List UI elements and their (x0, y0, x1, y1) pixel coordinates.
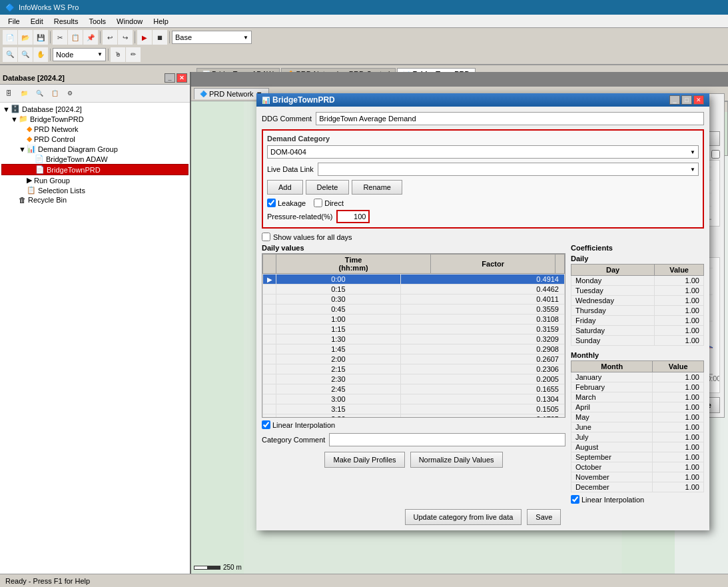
tb-pan[interactable]: ✋ (33, 47, 48, 62)
direct-checkbox[interactable] (314, 199, 322, 207)
base-dropdown[interactable]: Base ▼ (172, 31, 252, 44)
db-btn-4[interactable]: 📋 (47, 86, 62, 101)
dialog-maximize-btn[interactable]: □ (681, 95, 692, 105)
tree-item-prd-network[interactable]: ◆ PRD Network (1, 124, 188, 134)
daily-table-row[interactable]: 0:45 0.3559 (263, 304, 565, 314)
tree-item-demand-diagram[interactable]: ▼ 📊 Demand Diagram Group (1, 144, 188, 154)
daily-table-row[interactable]: 3:00 0.1304 (263, 394, 565, 404)
daily-coeff-row[interactable]: Monday 1.00 (571, 276, 704, 286)
tb-zoom-in[interactable]: 🔍 (3, 47, 17, 62)
daily-coeff-row[interactable]: Thursday 1.00 (571, 306, 704, 316)
daily-coeff-row[interactable]: Tuesday 1.00 (571, 286, 704, 296)
direct-label[interactable]: Direct (314, 199, 344, 207)
live-data-combo[interactable]: ▼ (318, 163, 699, 176)
tb-new[interactable]: 📄 (3, 30, 17, 45)
daily-table-row[interactable]: ▶ 0:00 0.4914 (263, 275, 565, 285)
db-btn-1[interactable]: 🗄 (1, 86, 16, 101)
monthly-coeff-row[interactable]: January 1.00 (571, 372, 704, 382)
tb-draw[interactable]: ✏ (126, 47, 141, 62)
normalize-daily-values-btn[interactable]: Normalize Daily Values (410, 452, 503, 468)
tb-save[interactable]: 💾 (33, 30, 48, 45)
daily-coeff-row[interactable]: Sunday 1.00 (571, 336, 704, 346)
delete-button[interactable]: Delete (306, 180, 350, 195)
menu-window[interactable]: Window (111, 16, 148, 27)
menu-file[interactable]: File (3, 16, 25, 27)
update-category-btn[interactable]: Update category from live data (405, 509, 522, 525)
monthly-coeff-row[interactable]: June 1.00 (571, 422, 704, 432)
linear-interp-right-checkbox[interactable] (571, 495, 579, 504)
daily-table-row[interactable]: 0:15 0.4462 (263, 285, 565, 294)
ddg-comment-input[interactable] (316, 112, 704, 125)
daily-table-row[interactable]: 3:30 0.1705 (263, 414, 565, 418)
tree-item-run-group[interactable]: ▶ Run Group (1, 175, 188, 185)
monthly-coeff-row[interactable]: April 1.00 (571, 402, 704, 412)
daily-table-row[interactable]: 1:30 0.3209 (263, 334, 565, 344)
monthly-coeff-row[interactable]: February 1.00 (571, 382, 704, 392)
monthly-coeff-row[interactable]: July 1.00 (571, 432, 704, 442)
daily-table-row[interactable]: 2:45 0.1655 (263, 384, 565, 394)
daily-table-row[interactable]: 1:00 0.3108 (263, 314, 565, 324)
leakage-checkbox[interactable] (267, 199, 276, 207)
menu-edit[interactable]: Edit (25, 16, 49, 27)
tree-item-recycle-bin[interactable]: 🗑 Recycle Bin (1, 195, 188, 205)
db-minimize-btn[interactable]: _ (165, 73, 175, 83)
monthly-coeff-row[interactable]: May 1.00 (571, 412, 704, 422)
daily-table-row[interactable]: 2:00 0.2607 (263, 354, 565, 364)
tb-stop[interactable]: ⏹ (153, 30, 167, 45)
rename-button[interactable]: Rename (352, 180, 402, 195)
tb-zoom-out[interactable]: 🔍 (18, 47, 33, 62)
daily-table-row[interactable]: 0:30 0.4011 (263, 294, 565, 304)
tb-select[interactable]: 🖱 (111, 47, 125, 62)
pressure-input[interactable] (336, 210, 370, 223)
tb-paste[interactable]: 📌 (83, 30, 98, 45)
tb-open[interactable]: 📂 (18, 30, 33, 45)
daily-table-row[interactable]: 3:15 0.1505 (263, 404, 565, 414)
tree-item-bridgetownprd[interactable]: ▼ 📁 BridgeTownPRD (1, 114, 188, 124)
tree-item-prd-control[interactable]: ◆ PRD Control (1, 134, 188, 144)
tree-item-bridgetown-prd[interactable]: 📄 BridgeTownPRD (1, 164, 188, 175)
daily-coeff-row[interactable]: Friday 1.00 (571, 316, 704, 326)
daily-coeff-row[interactable]: Saturday 1.00 (571, 326, 704, 336)
linear-interp-left-checkbox[interactable] (262, 420, 270, 429)
tb-redo[interactable]: ↪ (118, 30, 133, 45)
menu-results[interactable]: Results (49, 16, 84, 27)
monthly-coeff-row[interactable]: September 1.00 (571, 452, 704, 462)
show-alt-checkbox[interactable] (711, 150, 720, 159)
monthly-coeff-row[interactable]: August 1.00 (571, 442, 704, 452)
menu-tools[interactable]: Tools (83, 16, 111, 27)
make-daily-profiles-btn[interactable]: Make Daily Profiles (324, 452, 404, 468)
monthly-coeff-row[interactable]: November 1.00 (571, 472, 704, 482)
tree-item-bridgetown-adaw[interactable]: 📄 BridgeTown ADAW (1, 154, 188, 164)
monthly-coeff-row[interactable]: October 1.00 (571, 462, 704, 472)
add-button[interactable]: Add (267, 180, 303, 195)
daily-table-scroll[interactable]: ▶ 0:00 0.4914 0:15 0.4462 0:30 0.4011 0:… (262, 274, 565, 417)
node-dropdown[interactable]: Node ▼ (53, 48, 106, 61)
daily-table-row[interactable]: 2:15 0.2306 (263, 364, 565, 374)
tb-run[interactable]: ▶ (137, 30, 152, 45)
dialog-minimize-btn[interactable]: _ (669, 95, 680, 105)
tb-copy[interactable]: 📋 (68, 30, 83, 45)
tb-undo[interactable]: ↩ (103, 30, 117, 45)
category-comment-input[interactable] (329, 433, 565, 446)
daily-table-row[interactable]: 1:15 0.3159 (263, 324, 565, 334)
demand-category-combo[interactable]: DOM-0404 ▼ (267, 145, 699, 159)
tree-item-selection-lists[interactable]: 📋 Selection Lists (1, 185, 188, 195)
tb-cut[interactable]: ✂ (53, 30, 67, 45)
db-btn-5[interactable]: ⚙ (63, 86, 77, 101)
db-btn-3[interactable]: 🔍 (32, 86, 47, 101)
db-btn-2[interactable]: 📁 (17, 86, 31, 101)
tree-label-prd-control: PRD Control (34, 135, 75, 143)
menu-help[interactable]: Help (148, 16, 174, 27)
save-btn[interactable]: Save (527, 509, 561, 525)
monthly-coeff-row[interactable]: December 1.00 (571, 482, 704, 492)
dialog-close-btn[interactable]: ✕ (693, 95, 704, 105)
daily-table-row[interactable]: 1:45 0.2908 (263, 344, 565, 354)
db-close-btn[interactable]: ✕ (177, 73, 187, 83)
monthly-coeff-row[interactable]: March 1.00 (571, 392, 704, 402)
month-value-cell-11: 1.00 (653, 482, 704, 492)
daily-table-row[interactable]: 2:30 0.2005 (263, 374, 565, 384)
daily-coeff-row[interactable]: Wednesday 1.00 (571, 296, 704, 306)
leakage-label[interactable]: Leakage (267, 199, 306, 207)
show-values-checkbox[interactable] (262, 233, 270, 241)
tree-item-database[interactable]: ▼ 🗄️ Database [2024.2] (1, 104, 188, 114)
